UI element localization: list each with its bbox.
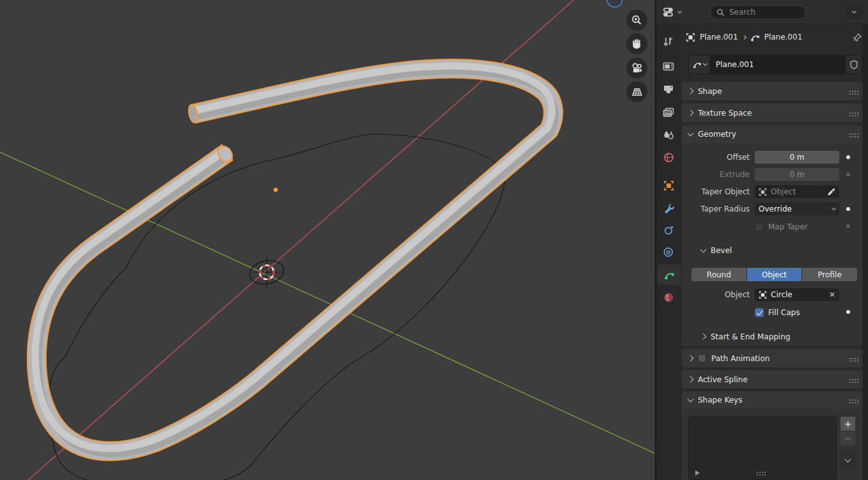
panel-drag-grip[interactable] [849, 112, 851, 114]
panel-shape[interactable]: Shape [682, 82, 862, 100]
collapse-icon [700, 247, 707, 253]
list-filter-toggle-icon[interactable] [695, 470, 700, 476]
map-taper-checkbox[interactable] [755, 222, 764, 231]
viewport-scene [0, 0, 655, 480]
fill-caps-decorator[interactable] [846, 310, 850, 314]
extrude-field[interactable]: 0 m [755, 168, 839, 181]
3d-viewport[interactable] [0, 0, 655, 480]
panel-active-spline[interactable]: Active Spline [682, 370, 862, 389]
fill-caps-row: Fill Caps [755, 306, 800, 320]
bevel-label: Bevel [711, 246, 732, 255]
expand-icon [700, 334, 707, 340]
chevron-down-icon [677, 9, 682, 13]
shape-keys-list[interactable] [688, 417, 837, 480]
bevel-tab-profile[interactable]: Profile [802, 268, 857, 281]
editor-type-button[interactable] [660, 4, 690, 20]
datablock-type-dropdown[interactable] [688, 55, 710, 74]
tab-physics[interactable] [656, 220, 681, 240]
header-options-button[interactable] [846, 5, 863, 19]
panel-drag-grip[interactable] [849, 399, 851, 401]
start-end-mapping-header[interactable]: Start & End Mapping [701, 327, 857, 345]
chevron-down-icon [852, 9, 856, 13]
grid-perspective-icon [631, 86, 643, 98]
camera-icon [631, 62, 643, 75]
panel-drag-grip[interactable] [849, 379, 851, 380]
expand-icon [688, 355, 694, 362]
map-taper-row: Map Taper [755, 220, 808, 234]
panel-drag-grip[interactable] [849, 134, 851, 135]
blender-window: Search Plane.001 [0, 0, 868, 480]
map-taper-label: Map Taper [768, 222, 808, 231]
eyedropper-icon[interactable] [827, 188, 835, 196]
shape-key-specials-button[interactable] [840, 451, 856, 468]
taper-radius-dropdown[interactable]: Override [755, 203, 839, 215]
taper-radius-value: Override [759, 205, 792, 213]
extrude-label: Extrude [682, 168, 750, 182]
fill-caps-checkbox[interactable] [755, 308, 764, 317]
bevel-object-label: Object [682, 288, 750, 302]
tab-tool[interactable] [656, 31, 681, 51]
background-curve-outline[interactable] [50, 134, 505, 480]
panel-geometry-header[interactable]: Geometry [682, 125, 862, 143]
bevel-object-field[interactable]: Circle ✕ [755, 288, 839, 301]
clear-icon[interactable]: ✕ [829, 290, 835, 299]
fake-user-button[interactable] [846, 55, 862, 74]
orthographic-toggle-button[interactable] [626, 81, 647, 102]
tab-constraints[interactable] [656, 242, 681, 263]
tab-world[interactable] [656, 147, 681, 167]
taper-object-field[interactable]: Object [755, 185, 839, 198]
collapse-icon [688, 130, 694, 137]
panel-shape-keys-header[interactable]: Shape Keys [682, 391, 862, 409]
expand-icon [688, 376, 694, 383]
panel-label: Shape Keys [698, 396, 844, 405]
taper-radius-decorator[interactable] [846, 207, 850, 211]
remove-shape-key-button[interactable]: − [840, 431, 855, 445]
offset-decorator[interactable] [846, 155, 850, 159]
tab-modifiers[interactable] [656, 197, 681, 218]
bevel-tab-round[interactable]: Round [691, 268, 746, 281]
y-axis-line [0, 152, 654, 453]
tab-material[interactable] [656, 287, 681, 307]
object-icon [759, 291, 767, 299]
offset-field[interactable]: 0 m [755, 151, 839, 164]
chevron-down-icon [845, 456, 851, 462]
scrollbar-gutter[interactable] [863, 24, 868, 480]
bevel-subpanel-header[interactable]: Bevel [701, 244, 732, 258]
tab-view-layer[interactable] [656, 102, 681, 123]
zoom-button[interactable] [626, 10, 647, 31]
breadcrumb-object: Plane.001 [700, 33, 738, 42]
zoom-icon [631, 14, 643, 26]
tab-output[interactable] [656, 79, 681, 100]
add-shape-key-button[interactable]: + [840, 417, 855, 431]
tab-scene[interactable] [656, 125, 681, 145]
map-taper-decorator[interactable] [846, 224, 850, 228]
tab-render[interactable] [656, 56, 681, 77]
panel-drag-grip[interactable] [849, 91, 851, 92]
object-icon [759, 188, 767, 196]
tab-object-data[interactable] [658, 265, 681, 285]
start-end-mapping-label: Start & End Mapping [711, 332, 790, 341]
panel-path-animation[interactable]: Path Animation [682, 349, 862, 368]
pin-icon[interactable] [853, 33, 862, 42]
tab-object[interactable] [656, 175, 681, 196]
list-resize-grip[interactable] [757, 472, 758, 473]
panel-drag-grip[interactable] [849, 358, 851, 359]
search-input[interactable]: Search [710, 5, 806, 19]
bevel-tab-object[interactable]: Object [747, 268, 802, 281]
pan-view-button[interactable] [626, 33, 647, 54]
shield-icon [849, 60, 858, 70]
curve-data-icon [750, 33, 760, 42]
extrude-decorator[interactable] [846, 173, 850, 176]
expand-icon [688, 110, 694, 116]
panel-label: Geometry [698, 130, 844, 139]
datablock-name-field[interactable]: Plane.001 [710, 55, 846, 74]
camera-view-button[interactable] [626, 58, 647, 79]
panel-label: Active Spline [698, 375, 844, 384]
path-animation-checkbox[interactable] [698, 354, 706, 362]
expand-icon [688, 88, 694, 95]
curve-data-icon [693, 60, 702, 69]
panel-texture-space[interactable]: Texture Space [682, 104, 862, 122]
chevron-down-icon [702, 61, 707, 66]
datablock-row: Plane.001 [688, 55, 862, 74]
curve-object[interactable] [35, 66, 556, 454]
